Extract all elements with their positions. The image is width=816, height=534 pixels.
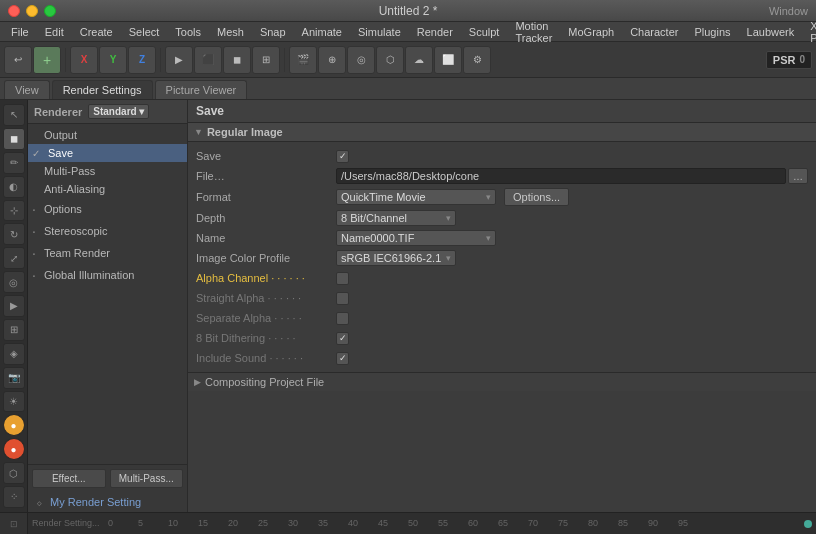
format-dropdown[interactable]: QuickTime Movie ▾ <box>336 189 496 205</box>
menu-create[interactable]: Create <box>73 24 120 40</box>
label-separate-alpha: Separate Alpha · · · · · <box>196 312 336 324</box>
menu-mograph[interactable]: MoGraph <box>561 24 621 40</box>
value-file: /Users/mac88/Desktop/cone … <box>336 168 808 184</box>
menu-animate[interactable]: Animate <box>295 24 349 40</box>
menu-xparticles[interactable]: X-Particles <box>803 18 816 46</box>
checkbox-dithering[interactable] <box>336 332 349 345</box>
menu-character[interactable]: Character <box>623 24 685 40</box>
tool-render4[interactable]: ⊞ <box>252 46 280 74</box>
ruler-0: 0 <box>108 518 113 528</box>
checkbox-save[interactable] <box>336 150 349 163</box>
file-input[interactable]: /Users/mac88/Desktop/cone <box>336 168 786 184</box>
sidebar-item-stereoscopic[interactable]: Stereoscopic <box>28 220 187 242</box>
separator-3 <box>284 48 285 72</box>
tool-misc6[interactable]: ⬜ <box>434 46 462 74</box>
menu-laubwerk[interactable]: Laubwerk <box>740 24 802 40</box>
tool-render1[interactable]: ▶ <box>165 46 193 74</box>
minimize-button[interactable] <box>26 5 38 17</box>
menu-motiontracker[interactable]: Motion Tracker <box>508 18 559 46</box>
row-save: Save <box>188 146 816 166</box>
icon-btn-arrow[interactable]: ↖ <box>3 104 25 126</box>
color-profile-field[interactable]: sRGB IEC61966-2.1 ▾ <box>336 250 456 266</box>
ruler-25: 25 <box>258 518 268 528</box>
maximize-button[interactable] <box>44 5 56 17</box>
tool-render3[interactable]: ◼ <box>223 46 251 74</box>
tool-undo[interactable]: ↩ <box>4 46 32 74</box>
checkbox-straight-alpha[interactable] <box>336 292 349 305</box>
render-setting-bottom[interactable]: Render Setting... <box>32 518 100 528</box>
menu-render[interactable]: Render <box>410 24 460 40</box>
icon-btn-target[interactable]: ◎ <box>3 271 25 293</box>
name-dropdown[interactable]: Name0000.TIF ▾ <box>336 230 496 246</box>
bottom-bar: ⊡ Render Setting... 0 5 10 15 20 25 30 3… <box>0 512 816 534</box>
multipass-button[interactable]: Multi-Pass... <box>110 469 184 488</box>
menu-select[interactable]: Select <box>122 24 167 40</box>
ruler-35: 35 <box>318 518 328 528</box>
value-dithering <box>336 332 808 345</box>
regular-image-header[interactable]: ▼ Regular Image <box>188 123 816 142</box>
sidebar-item-save[interactable]: Save <box>28 144 187 162</box>
checkbox-separate-alpha[interactable] <box>336 312 349 325</box>
tab-picture-viewer[interactable]: Picture Viewer <box>155 80 248 99</box>
checkbox-alpha[interactable] <box>336 272 349 285</box>
menu-tools[interactable]: Tools <box>168 24 208 40</box>
menu-mesh[interactable]: Mesh <box>210 24 251 40</box>
icon-btn-render[interactable]: ▶ <box>3 295 25 317</box>
tool-render2[interactable]: ⬛ <box>194 46 222 74</box>
checkbox-sound[interactable] <box>336 352 349 365</box>
file-browse-button[interactable]: … <box>788 168 808 184</box>
icon-btn-rotate[interactable]: ↻ <box>3 223 25 245</box>
menu-plugins[interactable]: Plugins <box>687 24 737 40</box>
icon-btn-paint[interactable]: ◐ <box>3 176 25 198</box>
icon-btn-brush[interactable]: ✏ <box>3 152 25 174</box>
menu-sculpt[interactable]: Sculpt <box>462 24 507 40</box>
ruler-50: 50 <box>408 518 418 528</box>
ruler-85: 85 <box>618 518 628 528</box>
sidebar-item-gi[interactable]: Global Illumination <box>28 264 187 286</box>
icon-btn-shapes[interactable]: ◼ <box>3 128 25 150</box>
icon-btn-layer[interactable]: ⊞ <box>3 319 25 341</box>
tab-render-settings[interactable]: Render Settings <box>52 80 153 99</box>
tool-add[interactable]: + <box>33 46 61 74</box>
icon-btn-scale[interactable]: ⤢ <box>3 247 25 269</box>
tool-misc2[interactable]: ⊕ <box>318 46 346 74</box>
icon-sidebar: ↖ ◼ ✏ ◐ ⊹ ↻ ⤢ ◎ ▶ ⊞ ◈ 📷 ☀ ● ● ⬡ ⁘ <box>0 100 28 512</box>
icon-btn-move[interactable]: ⊹ <box>3 200 25 222</box>
tool-z[interactable]: Z <box>128 46 156 74</box>
effect-button[interactable]: Effect... <box>32 469 106 488</box>
icon-btn-circle[interactable]: ● <box>3 414 25 436</box>
menu-edit[interactable]: Edit <box>38 24 71 40</box>
menu-file[interactable]: File <box>4 24 36 40</box>
icon-btn-camera[interactable]: 📷 <box>3 367 25 389</box>
menu-snap[interactable]: Snap <box>253 24 293 40</box>
tool-misc3[interactable]: ◎ <box>347 46 375 74</box>
tool-x[interactable]: X <box>70 46 98 74</box>
icon-btn-circle2[interactable]: ● <box>3 438 25 460</box>
label-alpha: Alpha Channel · · · · · · <box>196 272 336 284</box>
sidebar-item-options[interactable]: Options <box>28 198 187 220</box>
sidebar-item-multipass[interactable]: Multi-Pass <box>28 162 187 180</box>
compositing-header[interactable]: ▶ Compositing Project File <box>188 372 816 391</box>
tool-misc7[interactable]: ⚙ <box>463 46 491 74</box>
renderer-select[interactable]: Standard ▾ <box>88 104 149 119</box>
icon-btn-mesh[interactable]: ◈ <box>3 343 25 365</box>
my-render-setting[interactable]: ⬦ My Render Setting <box>28 492 187 512</box>
window-menu[interactable]: Window <box>769 5 808 17</box>
tool-misc4[interactable]: ⬡ <box>376 46 404 74</box>
tool-misc5[interactable]: ☁ <box>405 46 433 74</box>
options-button[interactable]: Options... <box>504 188 569 206</box>
sidebar-item-teamrender[interactable]: Team Render <box>28 242 187 264</box>
tool-y[interactable]: Y <box>99 46 127 74</box>
tool-misc1[interactable]: 🎬 <box>289 46 317 74</box>
sidebar-item-output[interactable]: Output <box>28 126 187 144</box>
icon-btn-sculpt[interactable]: ⁘ <box>3 486 25 508</box>
icon-btn-poly[interactable]: ⬡ <box>3 462 25 484</box>
menu-simulate[interactable]: Simulate <box>351 24 408 40</box>
ruler-55: 55 <box>438 518 448 528</box>
tool-group-render: ▶ ⬛ ◼ ⊞ <box>165 46 280 74</box>
depth-dropdown[interactable]: 8 Bit/Channel ▾ <box>336 210 456 226</box>
icon-btn-light[interactable]: ☀ <box>3 391 25 413</box>
sidebar-item-antialiasing[interactable]: Anti-Aliasing <box>28 180 187 198</box>
tab-view[interactable]: View <box>4 80 50 99</box>
close-button[interactable] <box>8 5 20 17</box>
